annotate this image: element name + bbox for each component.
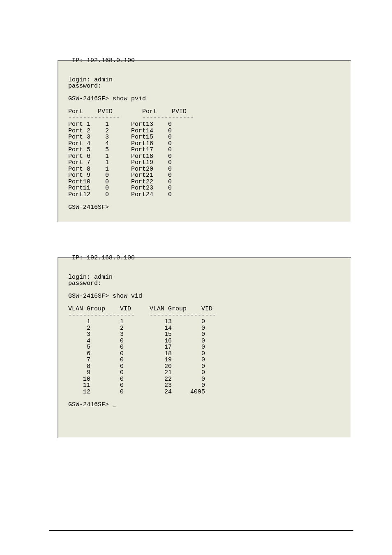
terminal-window-vid: IP: 192.168.0.100 login: admin password:…: [58, 257, 351, 438]
terminal-output-pvid: IP: 192.168.0.100 login: admin password:…: [68, 58, 194, 210]
terminal-window-pvid: IP: 192.168.0.100 login: admin password:…: [58, 60, 351, 222]
document-page: IP: 192.168.0.100 login: admin password:…: [0, 0, 392, 555]
terminal-output-vid: IP: 192.168.0.100 login: admin password:…: [68, 255, 216, 408]
footer-divider: [49, 530, 353, 531]
